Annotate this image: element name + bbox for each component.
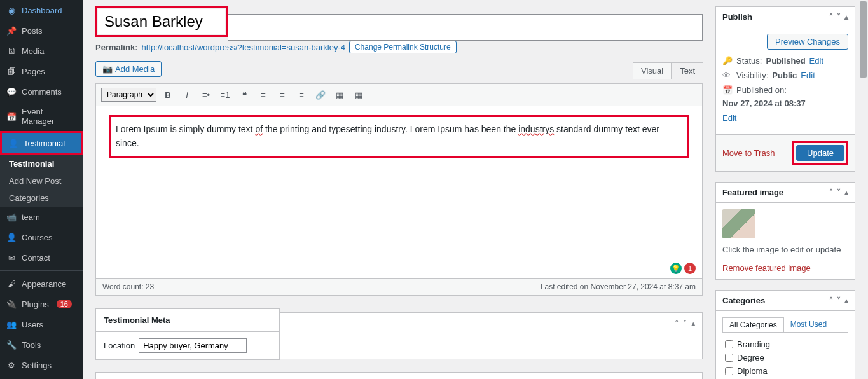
chevron-down-icon[interactable]: ˅ (837, 188, 841, 197)
readmore-button[interactable]: ▦ (332, 87, 347, 102)
discussion-box: Discussion ˄ ˅ ▴ (95, 372, 703, 379)
menu-contact[interactable]: ✉ Contact (0, 247, 83, 268)
link-button[interactable]: 🔗 (313, 87, 328, 102)
edit-status-link[interactable]: Edit (809, 56, 823, 65)
pushpin-icon: 📌 (6, 25, 17, 36)
menu-users[interactable]: 👥 Users (0, 314, 83, 334)
plug-icon: 🔌 (6, 299, 17, 309)
menu-appearance[interactable]: 🖌 Appearance (0, 270, 83, 294)
vertical-scrollbar[interactable] (858, 0, 868, 379)
menu-tools[interactable]: 🔧 Tools (0, 334, 83, 355)
chevron-down-icon[interactable]: ˅ (837, 13, 841, 22)
chevron-up-icon[interactable]: ˄ (829, 13, 833, 22)
menu-comments[interactable]: 💬 Comments (0, 81, 83, 102)
toolbar-toggle-button[interactable]: ▦ (351, 87, 366, 102)
chevron-up-icon[interactable]: ˄ (829, 188, 833, 197)
admin-sidebar: ◉ Dashboard 📌 Posts 🖻 Media 🗐 Pages 💬 Co… (0, 0, 83, 379)
bold-button[interactable]: B (160, 87, 176, 102)
chevron-down-icon[interactable]: ˅ (683, 319, 687, 328)
testimonial-meta-box: Testimonial Meta Location (95, 308, 280, 360)
calendar-icon: 📅 (722, 85, 733, 95)
align-center-button[interactable]: ≡ (275, 87, 290, 102)
caret-up-icon[interactable]: ▴ (844, 13, 848, 22)
menu-label: Event Manager (22, 107, 76, 126)
category-item[interactable]: Branding (725, 338, 848, 351)
menu-posts[interactable]: 📌 Posts (0, 20, 83, 41)
plugin-update-badge: 16 (57, 300, 72, 308)
menu-dashboard[interactable]: ◉ Dashboard (0, 0, 83, 20)
add-media-button[interactable]: 📷 Add Media (95, 61, 162, 77)
user-icon: 👤 (6, 232, 17, 242)
edit-date-link[interactable]: Edit (722, 113, 736, 123)
menu-team[interactable]: 📹 team (0, 207, 83, 227)
align-right-button[interactable]: ≡ (294, 87, 309, 102)
edit-visibility-link[interactable]: Edit (801, 71, 815, 80)
submenu-testimonial-list[interactable]: Testimonial (0, 155, 83, 172)
chevron-up-icon[interactable]: ˄ (675, 319, 679, 328)
menu-plugins[interactable]: 🔌 Plugins 16 (0, 294, 83, 314)
menu-label: Posts (22, 26, 43, 36)
permalink-url[interactable]: http://localhost/wordpress/?testimonial=… (141, 43, 345, 52)
mail-icon: ✉ (6, 252, 17, 263)
chevron-down-icon[interactable]: ˅ (837, 296, 841, 305)
add-media-label: Add Media (115, 64, 155, 74)
metabox-title: Testimonial Meta (104, 315, 170, 325)
tab-all-categories[interactable]: All Categories (722, 317, 784, 332)
menu-label: Users (22, 320, 43, 329)
italic-button[interactable]: I (179, 87, 195, 102)
menu-event-manager[interactable]: 📅 Event Manager (0, 102, 83, 131)
categories-panel: Categories ˄ ˅ ▴ All Categories Most Use… (715, 290, 855, 379)
caret-up-icon[interactable]: ▴ (691, 319, 696, 328)
menu-settings[interactable]: ⚙ Settings (0, 355, 83, 375)
location-input[interactable] (139, 338, 247, 353)
key-icon: 🔑 (722, 56, 733, 65)
visibility-label: Visibility: (736, 71, 768, 80)
preview-changes-button[interactable]: Preview Changes (767, 34, 848, 50)
menu-label: Appearance (22, 279, 66, 289)
menu-media[interactable]: 🖻 Media (0, 41, 83, 61)
menu-label: Dashboard (22, 6, 62, 15)
content-text: of (255, 124, 263, 134)
tab-most-used[interactable]: Most Used (784, 317, 833, 332)
category-checkbox[interactable] (725, 340, 733, 348)
comment-icon: 💬 (6, 86, 17, 97)
menu-testimonial[interactable]: 👤 Testimonial (0, 131, 83, 155)
camera-icon: 📷 (102, 64, 113, 74)
category-item[interactable]: Degree (725, 351, 848, 364)
user-icon: 👤 (8, 138, 18, 148)
submenu-categories[interactable]: Categories (0, 190, 83, 207)
bullet-list-button[interactable]: ≡• (198, 87, 214, 102)
menu-pages[interactable]: 🗐 Pages (0, 61, 83, 81)
menu-label: Media (22, 46, 44, 56)
blockquote-button[interactable]: ❝ (237, 87, 252, 102)
content-text: industrys (518, 124, 554, 134)
move-to-trash-link[interactable]: Move to Trash (722, 148, 775, 158)
category-checkbox[interactable] (725, 354, 733, 362)
panel-title: Publish (722, 12, 752, 22)
grammar-badge-icon[interactable]: 💡 (670, 263, 682, 274)
caret-up-icon[interactable]: ▴ (844, 296, 848, 305)
post-title-input[interactable] (98, 9, 225, 34)
featured-image-thumbnail[interactable] (722, 209, 755, 238)
published-label: Published on: (736, 85, 787, 95)
numbered-list-button[interactable]: ≡1 (217, 87, 233, 102)
grammar-error-badge[interactable]: 1 (684, 263, 696, 274)
editor-tab-visual[interactable]: Visual (633, 62, 672, 79)
remove-featured-image-link[interactable]: Remove featured image (722, 263, 811, 273)
format-select[interactable]: Paragraph (101, 88, 156, 102)
publish-panel: Publish ˄ ˅ ▴ Preview Changes 🔑 Status: … (715, 6, 855, 172)
align-left-button[interactable]: ≡ (256, 87, 271, 102)
category-item[interactable]: Diploma (725, 364, 848, 378)
update-button[interactable]: Update (796, 145, 844, 161)
content-text: Lorem Ipsum is simply dummy text (116, 124, 255, 134)
menu-courses[interactable]: 👤 Courses (0, 227, 83, 247)
category-checkbox[interactable] (725, 367, 733, 375)
chevron-up-icon[interactable]: ˄ (829, 296, 833, 305)
editor-tab-text[interactable]: Text (672, 62, 703, 79)
change-permalink-button[interactable]: Change Permalink Structure (349, 41, 457, 53)
scrollbar-thumb[interactable] (860, 1, 867, 78)
menu-label: Pages (22, 67, 45, 76)
editor-body[interactable]: Lorem Ipsum is simply dummy text of the … (96, 106, 702, 259)
submenu-add-new[interactable]: Add New Post (0, 172, 83, 190)
caret-up-icon[interactable]: ▴ (844, 188, 848, 197)
